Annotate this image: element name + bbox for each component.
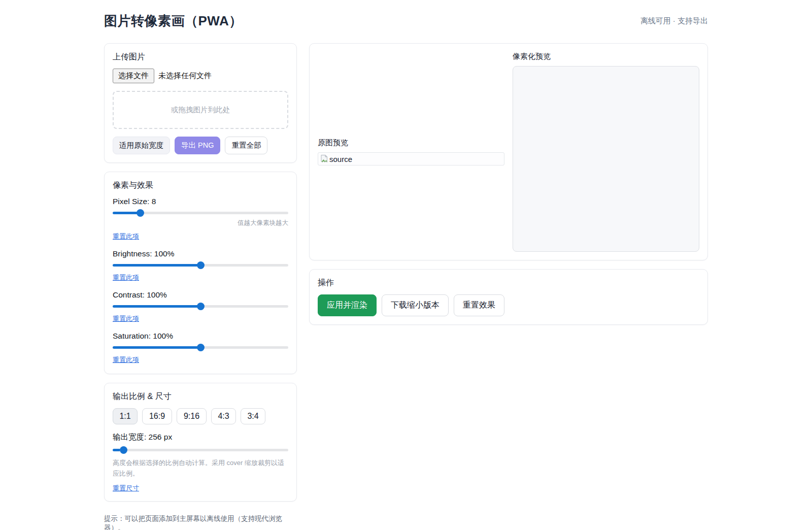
preview-card: 原图预览 source 像素化预览 xyxy=(309,43,708,260)
ratio-option-16-9[interactable]: 16:9 xyxy=(142,408,172,424)
size-hint: 高度会根据选择的比例自动计算。采用 cover 缩放裁剪以适应比例。 xyxy=(113,457,288,479)
ratio-option-1-1[interactable]: 1:1 xyxy=(113,408,138,424)
download-small-button[interactable]: 下载缩小版本 xyxy=(382,294,449,316)
pixel-size-slider[interactable] xyxy=(113,209,288,216)
brightness-label: Brightness: 100% xyxy=(113,249,288,258)
ratio-heading: 输出比例 & 尺寸 xyxy=(113,391,288,402)
actions-card: 操作 应用并渲染 下载缩小版本 重置效果 xyxy=(309,269,708,325)
reset-pixel-size-link[interactable]: 重置此项 xyxy=(113,232,139,241)
actions-row: 应用并渲染 下载缩小版本 重置效果 xyxy=(318,294,699,316)
apply-render-button[interactable]: 应用并渲染 xyxy=(318,294,377,316)
ratio-option-9-16[interactable]: 9:16 xyxy=(177,408,207,424)
effects-heading: 像素与效果 xyxy=(113,180,288,191)
reset-contrast-link[interactable]: 重置此项 xyxy=(113,314,139,323)
brightness-group: Brightness: 100% 重置此项 xyxy=(113,249,288,282)
contrast-slider[interactable] xyxy=(113,303,288,310)
dropzone-text: 或拖拽图片到此处 xyxy=(171,105,230,115)
reset-effects-button[interactable]: 重置效果 xyxy=(454,294,504,316)
upload-card: 上传图片 选择文件 未选择任何文件 或拖拽图片到此处 适用原始宽度 导出 PNG… xyxy=(104,43,297,163)
header-subtitle: 离线可用 · 支持导出 xyxy=(640,16,708,26)
choose-file-button[interactable]: 选择文件 xyxy=(113,69,154,83)
pixel-size-label: Pixel Size: 8 xyxy=(113,197,288,206)
original-preview-image: source xyxy=(318,152,504,165)
upload-buttons-row: 适用原始宽度 导出 PNG 重置全部 xyxy=(113,137,288,154)
page-title: 图片转像素画（PWA） xyxy=(104,12,243,30)
source-alt-text: source xyxy=(329,155,352,163)
saturation-group: Saturation: 100% 重置此项 xyxy=(113,332,288,365)
effects-card: 像素与效果 Pixel Size: 8 值越大像素块越大 重置此项 Bright… xyxy=(104,172,297,374)
ratio-option-3-4[interactable]: 3:4 xyxy=(241,408,265,424)
reset-all-button[interactable]: 重置全部 xyxy=(225,137,267,154)
saturation-slider[interactable] xyxy=(113,344,288,351)
reset-saturation-link[interactable]: 重置此项 xyxy=(113,355,139,365)
footer-tip: 提示：可以把页面添加到主屏幕以离线使用（支持现代浏览器）。 xyxy=(104,514,297,530)
ratio-options-row: 1:1 16:9 9:16 4:3 3:4 xyxy=(113,408,288,424)
left-column: 上传图片 选择文件 未选择任何文件 或拖拽图片到此处 适用原始宽度 导出 PNG… xyxy=(104,43,297,530)
output-width-label: 输出宽度: 256 px xyxy=(113,432,288,443)
contrast-label: Contrast: 100% xyxy=(113,290,288,300)
ratio-card: 输出比例 & 尺寸 1:1 16:9 9:16 4:3 3:4 输出宽度: 25… xyxy=(104,383,297,502)
fit-original-width-button[interactable]: 适用原始宽度 xyxy=(113,137,170,154)
pixelated-preview-section: 像素化预览 xyxy=(513,52,699,252)
upload-heading: 上传图片 xyxy=(113,52,288,62)
file-status-text: 未选择任何文件 xyxy=(158,71,212,81)
pixel-size-hint: 值越大像素块越大 xyxy=(113,219,288,227)
output-width-slider[interactable] xyxy=(113,446,288,453)
reset-size-link[interactable]: 重置尺寸 xyxy=(113,484,139,493)
pixelated-preview-heading: 像素化预览 xyxy=(513,52,699,61)
ratio-option-4-3[interactable]: 4:3 xyxy=(211,408,236,424)
original-preview-heading: 原图预览 xyxy=(318,138,504,148)
saturation-label: Saturation: 100% xyxy=(113,332,288,341)
reset-brightness-link[interactable]: 重置此项 xyxy=(113,273,139,282)
pixel-size-group: Pixel Size: 8 值越大像素块越大 重置此项 xyxy=(113,197,288,241)
pixelated-preview-canvas xyxy=(513,66,699,252)
image-dropzone[interactable]: 或拖拽图片到此处 xyxy=(113,91,288,129)
file-input-row: 选择文件 未选择任何文件 xyxy=(113,69,288,83)
contrast-group: Contrast: 100% 重置此项 xyxy=(113,290,288,323)
header: 图片转像素画（PWA） 离线可用 · 支持导出 xyxy=(104,12,708,30)
brightness-slider[interactable] xyxy=(113,261,288,269)
original-preview-section: 原图预览 source xyxy=(318,138,504,165)
broken-image-icon xyxy=(319,154,329,164)
actions-heading: 操作 xyxy=(318,278,699,288)
export-png-button[interactable]: 导出 PNG xyxy=(175,137,220,154)
right-column: 原图预览 source 像素化预览 xyxy=(309,43,708,325)
page: 图片转像素画（PWA） 离线可用 · 支持导出 上传图片 选择文件 未选择任何文… xyxy=(104,0,708,530)
